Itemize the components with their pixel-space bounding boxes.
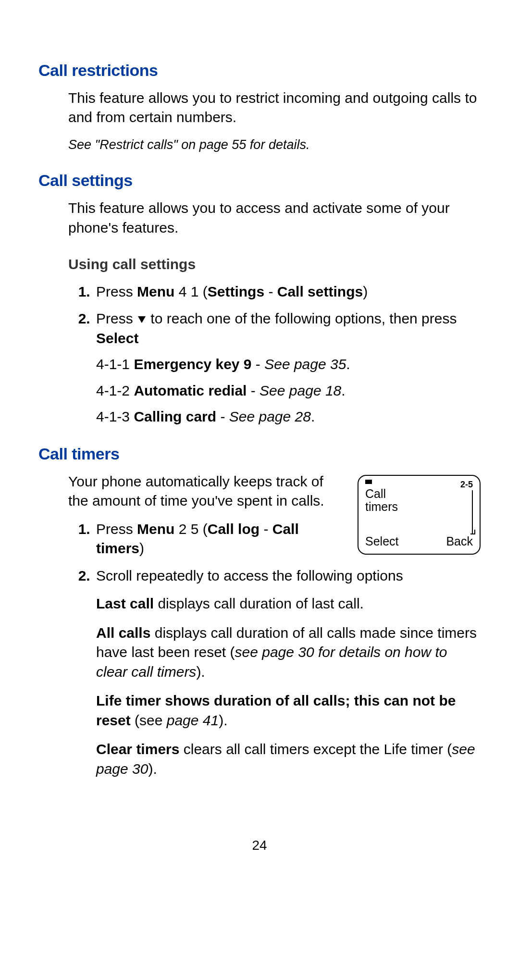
heading-call-restrictions: Call restrictions [38, 60, 481, 82]
call-restrictions-note: See "Restrict calls" on page 55 for deta… [68, 136, 481, 153]
option-calling-card: 4-1-3 Calling card - See page 28. [96, 407, 481, 427]
call-settings-step-2: Press to reach one of the following opti… [94, 309, 481, 427]
option-last-call: Last call displays call duration of last… [96, 594, 481, 614]
screen-scrollbar [472, 490, 473, 534]
call-timers-step-1: Press Menu 2 5 (Call log - Call timers) [94, 520, 346, 558]
option-emergency-key: 4-1-1 Emergency key 9 - See page 35. [96, 355, 481, 374]
battery-icon [365, 480, 372, 484]
subheading-using-call-settings: Using call settings [68, 255, 481, 274]
call-settings-intro: This feature allows you to access and ac… [68, 198, 481, 237]
option-clear-timers: Clear timers clears all call timers exce… [96, 740, 481, 779]
heading-call-settings: Call settings [38, 170, 481, 192]
screen-menu-number: 2-5 [460, 479, 473, 490]
option-all-calls: All calls displays call duration of all … [96, 623, 481, 682]
call-timers-intro: Your phone automatically keeps track of … [68, 472, 346, 511]
down-arrow-icon [138, 316, 146, 323]
call-settings-step-1: Press Menu 4 1 (Settings - Call settings… [94, 282, 481, 302]
screen-title: Calltimers [365, 487, 398, 514]
option-automatic-redial: 4-1-2 Automatic redial - See page 18. [96, 381, 481, 401]
heading-call-timers: Call timers [38, 443, 481, 465]
call-timers-step-2: Scroll repeatedly to access the followin… [94, 566, 481, 779]
screen-softkey-select: Select [365, 533, 398, 550]
call-restrictions-intro: This feature allows you to restrict inco… [68, 88, 481, 127]
screen-softkey-back: Back [446, 533, 473, 550]
option-life-timer: Life timer shows duration of all calls; … [96, 691, 481, 730]
page-number: 24 [38, 836, 481, 855]
phone-screen-illustration: 2-5 Calltimers Select Back [358, 475, 481, 555]
